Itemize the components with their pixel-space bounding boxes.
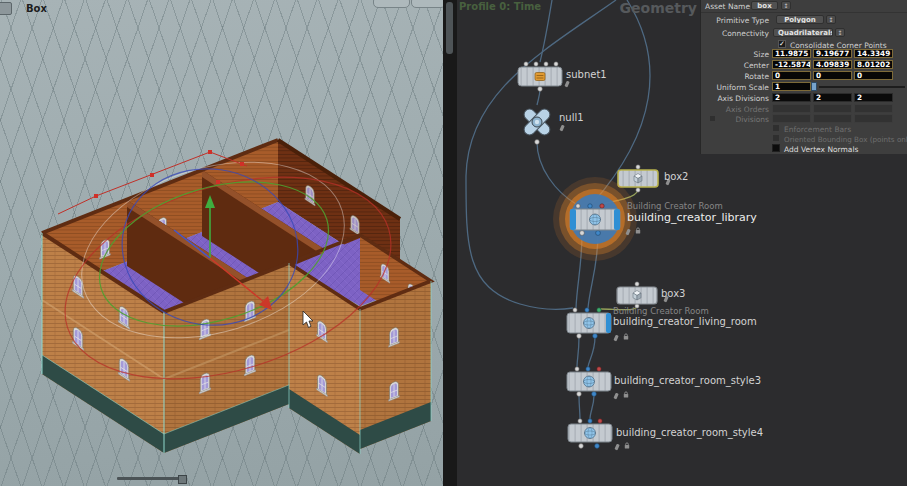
node-label-null1[interactable]: null1 (559, 112, 584, 123)
axis-orders-row: Axis Orders (701, 104, 907, 114)
viewport-scene (0, 0, 443, 486)
primitive-type-spinner[interactable]: ↕ (826, 15, 836, 24)
enforcement-bars-label: Enforcement Bars (784, 125, 851, 134)
center-y-field[interactable]: 4.09839 (813, 60, 852, 69)
primitive-type-label: Primitive Type (701, 16, 769, 25)
center-x-field[interactable]: -12.5874 (772, 60, 811, 69)
building-partition-2 (202, 170, 324, 315)
rotate-y-field[interactable]: 0 (813, 71, 852, 80)
viewport-slider[interactable] (117, 477, 183, 480)
oriented-bbox-label: Oriented Bounding Box (points only) (784, 135, 907, 144)
gizmo-rotate-ring-red[interactable] (40, 141, 415, 415)
enforcement-bars-checkbox (772, 124, 780, 132)
node-label-box2[interactable]: box2 (664, 171, 688, 182)
add-vertex-normals-row: Add Vertex Normals (701, 144, 907, 154)
base-trim-wing-sw (289, 389, 360, 454)
gizmo-rotate-ring-green[interactable] (82, 156, 346, 351)
uniform-scale-field[interactable]: 1 (772, 82, 811, 91)
viewport-slider-handle[interactable] (178, 475, 187, 484)
axis-divisions-x-field[interactable]: 2 (772, 93, 811, 102)
node-type-library: Building Creator Room (627, 201, 723, 211)
pane-splitter[interactable] (443, 0, 457, 486)
rotate-row: Rotate 0 0 0 (701, 71, 907, 81)
node-label-living-room[interactable]: building_creator_living_room (613, 316, 757, 327)
building-wall-ne-interior (278, 140, 400, 281)
size-x-field[interactable]: 11.9875 (772, 49, 811, 58)
axis-orders-z-field (854, 104, 893, 113)
axis-divisions-label: Axis Divisions (701, 94, 769, 103)
building-floor (42, 202, 400, 374)
primitive-type-row: Primitive Type Polygon Mesh ↕ (701, 15, 907, 25)
uniform-scale-slider[interactable] (819, 86, 905, 88)
building-wall-se-exterior (164, 263, 289, 453)
asset-name-row: Asset Name box ↕ (701, 1, 907, 13)
gizmo-rotate-ring-blue[interactable] (112, 158, 308, 337)
divisions-row: Divisions (701, 114, 907, 124)
connectivity-row: Connectivity Quadrilaterals ↕ (701, 28, 907, 38)
center-label: Center (701, 61, 769, 70)
node-label-library[interactable]: building_creator_library (627, 211, 757, 224)
size-z-field[interactable]: 14.3349 (854, 49, 893, 58)
rotate-x-field[interactable]: 0 (772, 71, 811, 80)
divisions-label: Divisions (701, 115, 769, 124)
enforcement-bars-row: Enforcement Bars (701, 124, 907, 134)
gizmo-handles (94, 150, 244, 198)
uniform-scale-row: Uniform Scale 1 (701, 82, 907, 92)
rotate-label: Rotate (701, 72, 769, 81)
transform-gizmo[interactable] (40, 132, 415, 415)
rotate-z-field[interactable]: 0 (854, 71, 893, 80)
building-partition-1 (127, 200, 249, 345)
oriented-bbox-row: Oriented Bounding Box (points only) (701, 134, 907, 144)
splitter-scrollbar-thumb[interactable] (446, 2, 453, 54)
viewport-toolbar-button-1[interactable] (373, 0, 410, 8)
node-type-living-room: Building Creator Room (613, 306, 709, 316)
axis-orders-x-field (772, 104, 811, 113)
size-label: Size (701, 50, 769, 59)
connectivity-dropdown[interactable]: Quadrilaterals (773, 28, 833, 37)
building-wall-sw-exterior (42, 233, 164, 453)
building-wall-nw-interior (42, 140, 278, 295)
asset-name-label: Asset Name (705, 2, 750, 11)
oriented-bbox-checkbox (772, 134, 780, 142)
node-label-box3[interactable]: box3 (661, 288, 685, 299)
center-z-field[interactable]: 8.01202 (854, 60, 893, 69)
node-label-subnet1[interactable]: subnet1 (566, 69, 607, 80)
viewport-title: Box (26, 3, 47, 14)
connectivity-spinner[interactable]: ↕ (835, 28, 845, 37)
add-vertex-normals-label: Add Vertex Normals (784, 145, 858, 154)
primitive-type-dropdown[interactable]: Polygon Mesh (776, 15, 824, 24)
viewport-corner-icon[interactable] (0, 2, 12, 15)
mouse-cursor (303, 311, 313, 328)
gizmo-axis-z[interactable] (174, 230, 210, 258)
gizmo-axis-x[interactable] (210, 258, 264, 302)
wing-floor (292, 238, 428, 306)
size-row: Size 11.9875 9.19677 14.3349 (701, 49, 907, 59)
building-partition-1-top (127, 200, 249, 286)
asset-name-dropdown[interactable]: box (751, 1, 778, 10)
consolidate-checkbox[interactable]: ✓ (778, 40, 786, 48)
base-trim-se (164, 385, 289, 453)
asset-name-spinner[interactable]: ↕ (781, 1, 791, 10)
add-vertex-normals-checkbox[interactable] (772, 144, 780, 152)
connectivity-label: Connectivity (701, 29, 769, 38)
viewport-3d[interactable]: Box (0, 0, 443, 486)
network-profile-overlay: Profile 0: Time (459, 1, 541, 12)
viewport-toolbar-button-2[interactable] (411, 0, 446, 8)
axis-divisions-z-field[interactable]: 2 (854, 93, 893, 102)
parameter-panel: Asset Name box ↕ Primitive Type Polygon … (700, 0, 907, 154)
uniform-scale-label: Uniform Scale (701, 83, 769, 92)
building-partition-2-top (202, 170, 324, 256)
divisions-x-field (772, 114, 811, 123)
base-trim-wing-se (360, 402, 431, 449)
axis-divisions-y-field[interactable]: 2 (813, 93, 852, 102)
network-path-label: Geometry (600, 0, 697, 16)
building-model[interactable] (42, 140, 431, 454)
divisions-z-field (854, 114, 893, 123)
size-y-field[interactable]: 9.19677 (813, 49, 852, 58)
uniform-scale-slider-handle[interactable] (811, 82, 817, 91)
axis-orders-y-field (813, 104, 852, 113)
node-label-style4[interactable]: building_creator_room_style4 (616, 427, 763, 438)
wing-wall-sw-exterior (289, 263, 360, 454)
node-label-style3[interactable]: building_creator_room_style3 (614, 375, 761, 386)
divisions-y-field (813, 114, 852, 123)
